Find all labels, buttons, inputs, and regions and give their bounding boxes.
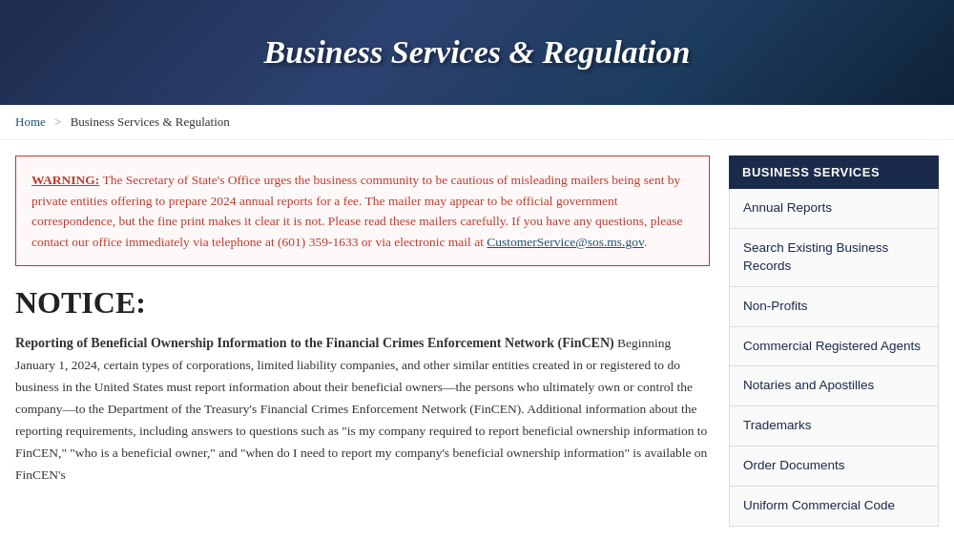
- warning-email-link[interactable]: CustomerService@sos.ms.gov: [487, 235, 644, 249]
- warning-period: .: [644, 235, 647, 249]
- breadcrumb-separator: >: [54, 114, 61, 129]
- sidebar-item-ucc[interactable]: Uniform Commercial Code: [730, 487, 938, 526]
- sidebar-item-notaries[interactable]: Notaries and Apostilles: [730, 366, 938, 406]
- sidebar-item-commercial-agents[interactable]: Commercial Registered Agents: [730, 327, 938, 367]
- sidebar: BUSINESS SERVICES Annual Reports Search …: [729, 156, 939, 527]
- notice-subheading: Reporting of Beneficial Ownership Inform…: [15, 336, 614, 350]
- sidebar-item-annual-reports[interactable]: Annual Reports: [730, 189, 938, 229]
- main-layout: WARNING: The Secretary of State's Office…: [0, 140, 954, 542]
- page-title: Business Services & Regulation: [264, 34, 691, 71]
- sidebar-menu: Annual Reports Search Existing Business …: [729, 189, 939, 527]
- breadcrumb-home-link[interactable]: Home: [15, 114, 46, 129]
- breadcrumb: Home > Business Services & Regulation: [0, 105, 954, 140]
- sidebar-item-search-business[interactable]: Search Existing Business Records: [730, 229, 938, 287]
- notice-body-text: Beginning January 1, 2024, certain types…: [15, 336, 707, 482]
- warning-box: WARNING: The Secretary of State's Office…: [15, 156, 710, 266]
- sidebar-item-order-documents[interactable]: Order Documents: [730, 446, 938, 487]
- sidebar-link-annual-reports[interactable]: Annual Reports: [730, 189, 938, 228]
- warning-label: WARNING:: [31, 173, 99, 187]
- notice-body: Reporting of Beneficial Ownership Inform…: [15, 332, 710, 487]
- sidebar-link-commercial-agents[interactable]: Commercial Registered Agents: [730, 327, 938, 366]
- sidebar-item-non-profits[interactable]: Non-Profits: [730, 287, 938, 327]
- sidebar-link-order-documents[interactable]: Order Documents: [730, 446, 938, 486]
- breadcrumb-current: Business Services & Regulation: [71, 114, 230, 129]
- sidebar-title: BUSINESS SERVICES: [729, 156, 939, 189]
- sidebar-link-non-profits[interactable]: Non-Profits: [730, 287, 938, 326]
- notice-heading: NOTICE:: [15, 285, 710, 321]
- content-area: WARNING: The Secretary of State's Office…: [15, 156, 710, 487]
- page-header: Business Services & Regulation: [0, 0, 954, 105]
- sidebar-item-trademarks[interactable]: Trademarks: [730, 406, 938, 446]
- sidebar-link-ucc[interactable]: Uniform Commercial Code: [730, 487, 938, 526]
- sidebar-link-notaries[interactable]: Notaries and Apostilles: [730, 366, 938, 405]
- sidebar-link-search-business[interactable]: Search Existing Business Records: [730, 229, 938, 286]
- sidebar-link-trademarks[interactable]: Trademarks: [730, 406, 938, 446]
